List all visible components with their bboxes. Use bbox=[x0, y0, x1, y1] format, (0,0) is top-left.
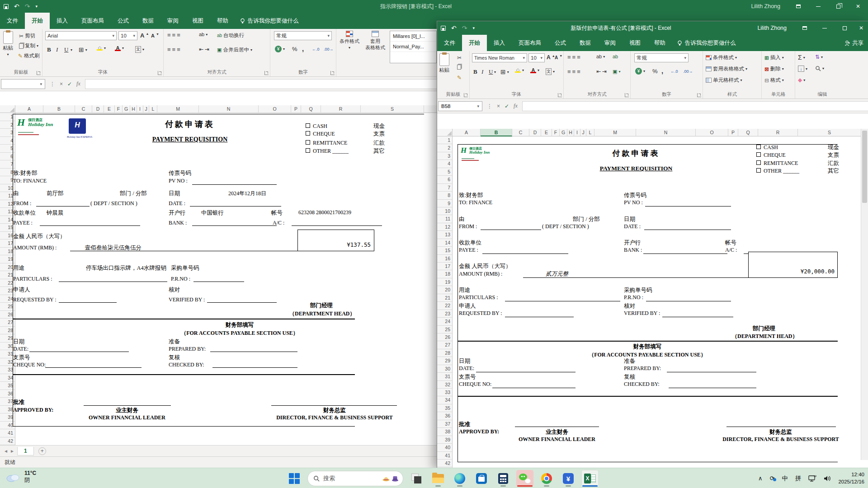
font-dialog-launcher[interactable] bbox=[158, 71, 162, 75]
cut-button[interactable]: ✂ bbox=[457, 55, 462, 61]
column-header-R[interactable]: R bbox=[321, 105, 361, 113]
format-as-table-button[interactable]: 套用 表格格式 bbox=[363, 31, 388, 51]
indent-buttons[interactable]: ⇤⇥ bbox=[596, 68, 607, 75]
borders-button[interactable]: ⊞▾ bbox=[79, 46, 87, 53]
row-header-12[interactable]: 12 bbox=[0, 200, 15, 208]
row-header-17[interactable]: 17 bbox=[437, 263, 452, 270]
font-name-select[interactable]: Arial▾ bbox=[45, 31, 117, 40]
conditional-format-button[interactable]: 条件格式 ▾ bbox=[338, 31, 361, 50]
column-header-D[interactable]: D bbox=[92, 105, 104, 113]
italic-button[interactable]: I bbox=[56, 46, 58, 53]
row-header-42[interactable]: 42 bbox=[0, 437, 15, 446]
ribbon-tab-数据[interactable]: 数据 bbox=[136, 13, 160, 29]
clear-button[interactable]: ◆▾ bbox=[798, 77, 805, 83]
ribbon-tab-审阅[interactable]: 审阅 bbox=[160, 13, 185, 29]
row-header-17[interactable]: 17 bbox=[0, 239, 15, 248]
percent-button[interactable]: % bbox=[652, 68, 658, 75]
redo-icon[interactable]: ↷ bbox=[25, 3, 30, 10]
row-header-11[interactable]: 11 bbox=[0, 192, 15, 200]
app-calculator[interactable] bbox=[495, 470, 512, 487]
row-header-26[interactable]: 26 bbox=[437, 333, 452, 341]
row-header-33[interactable]: 33 bbox=[0, 366, 15, 374]
row-header-38[interactable]: 38 bbox=[0, 406, 15, 414]
fill-button[interactable]: ↓▾ bbox=[798, 66, 807, 72]
sort-filter-button[interactable]: ⇅▾ bbox=[815, 54, 823, 60]
column-header-J[interactable]: J bbox=[143, 105, 149, 113]
orientation-button[interactable]: ab▾ bbox=[596, 54, 605, 59]
increase-decimal-button[interactable]: ←.0 bbox=[670, 69, 678, 74]
grow-font-button[interactable]: A▲ bbox=[547, 54, 555, 61]
sheet-next-icon[interactable]: ▸ bbox=[11, 448, 14, 454]
decrease-decimal-button[interactable]: .00→ bbox=[683, 69, 693, 74]
row-header-28[interactable]: 28 bbox=[437, 349, 452, 357]
row-header-6[interactable]: 6 bbox=[437, 176, 452, 183]
undo-icon[interactable]: ↶ bbox=[451, 24, 457, 32]
save-icon[interactable] bbox=[441, 26, 446, 31]
row-header-7[interactable]: 7 bbox=[0, 160, 15, 169]
qat-customize-icon[interactable]: ▾ bbox=[472, 26, 475, 30]
autosum-button[interactable]: Σ▾ bbox=[798, 54, 805, 61]
ribbon-tab-开始[interactable]: 开始 bbox=[462, 35, 487, 51]
tell-me-search[interactable]: 告诉我你想要做什么 bbox=[672, 35, 741, 51]
row-header-28[interactable]: 28 bbox=[0, 327, 15, 335]
row-header-42[interactable]: 42 bbox=[437, 460, 452, 467]
ribbon-tab-开始[interactable]: 开始 bbox=[25, 13, 50, 29]
front-formula-input[interactable] bbox=[522, 101, 868, 111]
style-option[interactable]: Millares [0]_l... bbox=[390, 31, 436, 42]
row-header-10[interactable]: 10 bbox=[0, 184, 15, 192]
row-header-39[interactable]: 39 bbox=[437, 436, 452, 444]
wrap-text-button[interactable]: ab bbox=[613, 54, 618, 59]
cancel-entry-icon[interactable]: × bbox=[497, 103, 500, 109]
tray-chevron-icon[interactable]: ∧ bbox=[758, 475, 763, 482]
row-header-36[interactable]: 36 bbox=[437, 412, 452, 420]
column-header-Q[interactable]: Q bbox=[301, 105, 321, 113]
underline-caret[interactable]: ▾ bbox=[494, 70, 496, 74]
row-header-31[interactable]: 31 bbox=[0, 350, 15, 358]
column-header-H[interactable]: H bbox=[130, 105, 137, 113]
search-box[interactable]: 搜索 bbox=[307, 471, 403, 486]
column-header-I[interactable]: I bbox=[574, 129, 580, 136]
paste-button[interactable]: 粘贴▾ bbox=[3, 31, 13, 56]
row-header-4[interactable]: 4 bbox=[437, 160, 452, 168]
row-header-1[interactable]: 1 bbox=[437, 136, 452, 144]
column-header-I[interactable]: I bbox=[137, 105, 143, 113]
format-painter-button[interactable]: ✎ bbox=[457, 75, 462, 81]
cell-styles-gallery[interactable]: Millares [0]_l... Normal_Pay... bbox=[390, 31, 437, 63]
row-header-27[interactable]: 27 bbox=[0, 319, 15, 327]
front-sheet[interactable] bbox=[453, 136, 861, 468]
column-header-A[interactable]: A bbox=[453, 129, 481, 136]
column-header-B[interactable]: B bbox=[43, 105, 75, 113]
clipboard-dialog-launcher[interactable] bbox=[464, 93, 468, 97]
front-name-box[interactable]: B58▾ bbox=[438, 101, 482, 111]
ime-mode[interactable]: 拼 bbox=[795, 474, 802, 483]
align-top-icons[interactable]: ≡≡≡ bbox=[167, 32, 180, 38]
column-header-Q[interactable]: Q bbox=[738, 129, 758, 136]
row-header-29[interactable]: 29 bbox=[437, 357, 452, 365]
row-header-33[interactable]: 33 bbox=[437, 389, 452, 396]
row-header-20[interactable]: 20 bbox=[0, 263, 15, 272]
column-header-P[interactable]: P bbox=[291, 105, 301, 113]
phonetic-button[interactable]: 文▾ bbox=[546, 68, 555, 75]
bold-button[interactable]: B bbox=[473, 68, 477, 75]
ribbon-tab-文件[interactable]: 文件 bbox=[437, 35, 462, 51]
column-header-E[interactable]: E bbox=[541, 129, 552, 136]
insert-function-icon[interactable]: fx bbox=[514, 103, 518, 109]
font-dialog-launcher[interactable] bbox=[558, 93, 562, 97]
row-header-34[interactable]: 34 bbox=[0, 374, 15, 382]
app-chrome[interactable] bbox=[538, 470, 555, 487]
ribbon-tab-文件[interactable]: 文件 bbox=[0, 13, 25, 29]
column-header-L[interactable]: L bbox=[149, 105, 157, 113]
row-header-8[interactable]: 8 bbox=[0, 169, 15, 177]
close-button[interactable]: ✕ bbox=[854, 21, 868, 35]
number-format-select[interactable]: 常规▾ bbox=[274, 31, 332, 40]
ribbon-tab-页面布局[interactable]: 页面布局 bbox=[75, 13, 111, 29]
percent-button[interactable]: % bbox=[292, 46, 297, 52]
row-header-21[interactable]: 21 bbox=[0, 271, 15, 279]
front-select-all-corner[interactable] bbox=[437, 129, 453, 136]
speaker-icon[interactable] bbox=[824, 475, 831, 482]
find-select-button[interactable]: ▾ bbox=[815, 66, 824, 71]
copy-button[interactable]: 复制▾ bbox=[19, 42, 38, 49]
column-header-N[interactable]: N bbox=[636, 129, 696, 136]
cell-styles-button[interactable]: 单元格样式▾ bbox=[706, 77, 742, 84]
row-header-13[interactable]: 13 bbox=[437, 231, 452, 239]
